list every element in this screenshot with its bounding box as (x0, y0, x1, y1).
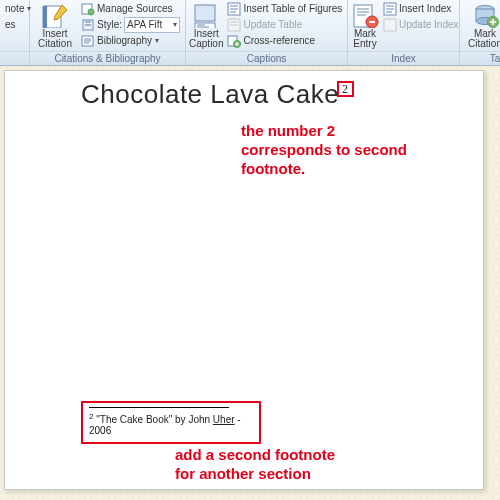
group-toa: Mark Citation Tabl (460, 0, 500, 65)
book-pencil-icon (40, 2, 70, 28)
crossref-icon (227, 34, 241, 48)
insert-caption-button[interactable]: Insert Caption (189, 1, 223, 49)
group-label-toa: Tabl (460, 51, 500, 65)
workspace: Chocolate Lava Cake2 the number 2 corres… (0, 66, 500, 500)
bibliography-button[interactable]: Bibliography▾ (79, 33, 182, 49)
svg-rect-15 (384, 19, 396, 31)
next-footnote-partial[interactable]: note▾ (3, 1, 33, 17)
annotation-bottom: add a second footnote for another sectio… (175, 445, 335, 483)
group-captions: Insert Caption Insert Table of Figures U… (186, 0, 348, 65)
bibliography-icon (81, 34, 95, 48)
insert-tof-button[interactable]: Insert Table of Figures (225, 1, 344, 17)
manage-sources-icon (81, 2, 95, 16)
tof-icon (227, 2, 241, 16)
page-title: Chocolate Lava Cake2 (81, 79, 354, 110)
update-table-icon (227, 18, 241, 32)
manage-sources-button[interactable]: Manage Sources (79, 1, 182, 17)
footnote-separator (89, 407, 229, 408)
ribbon: note▾ es Insert Citation Manage Sources … (0, 0, 500, 66)
cross-reference-button[interactable]: Cross-reference (225, 33, 344, 49)
update-index-icon (383, 18, 397, 32)
insert-index-button[interactable]: Insert Index (381, 1, 461, 17)
group-label-captions: Captions (186, 51, 347, 65)
footnote-ref-2[interactable]: 2 (337, 81, 354, 97)
insert-citation-button[interactable]: Insert Citation (33, 1, 77, 49)
group-footnotes-partial: note▾ es (0, 0, 30, 65)
show-notes-partial[interactable]: es (3, 17, 33, 33)
document-page[interactable]: Chocolate Lava Cake2 the number 2 corres… (4, 70, 484, 490)
group-label-index: Index (348, 51, 459, 65)
svg-rect-6 (195, 5, 215, 21)
footnote-area[interactable]: 2 "The Cake Book" by John Uher - 2006 (81, 401, 261, 444)
annotation-top: the number 2 corresponds to second footn… (241, 121, 407, 178)
svg-rect-1 (43, 6, 47, 28)
mark-entry-button[interactable]: Mark Entry (351, 1, 379, 49)
group-index: Mark Entry Insert Index Update Index Ind… (348, 0, 460, 65)
mark-citation-icon (471, 2, 499, 28)
style-selector[interactable]: Style: APA Fift▾ (79, 17, 182, 33)
style-icon (81, 18, 95, 32)
update-index-button: Update Index (381, 17, 461, 33)
caption-icon (191, 2, 221, 28)
group-label-partial (0, 51, 29, 65)
insert-index-icon (383, 2, 397, 16)
group-label-citations: Citations & Bibliography (30, 51, 185, 65)
mark-entry-icon (351, 2, 379, 28)
group-citations: Insert Citation Manage Sources Style: AP… (30, 0, 186, 65)
update-table-button: Update Table (225, 17, 344, 33)
footnote-2: 2 "The Cake Book" by John Uher - 2006 (89, 412, 253, 436)
svg-point-3 (88, 9, 94, 15)
mark-citation-button[interactable]: Mark Citation (463, 1, 500, 49)
